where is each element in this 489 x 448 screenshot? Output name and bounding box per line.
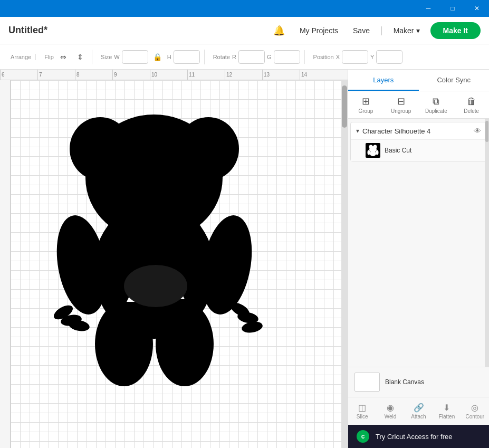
ruler-mark: 9	[112, 70, 150, 80]
minimize-button[interactable]: ─	[416, 0, 440, 17]
flatten-icon: ⬇	[443, 403, 450, 413]
svg-point-21	[370, 151, 376, 156]
ruler-mark: 12	[225, 70, 262, 80]
svg-point-6	[95, 302, 153, 386]
ungroup-button[interactable]: ⊟ Ungroup	[383, 93, 419, 116]
size-h-label: H	[167, 54, 171, 60]
toolbar: Arrange Flip ⇔ ⇕ Size W 🔒 H Rotate R G P…	[0, 44, 489, 70]
svg-point-7	[156, 302, 214, 386]
layer-group-header[interactable]: ▾ Character Silhouette 4 👁	[351, 122, 486, 139]
toolbar-size: Size W 🔒 H	[97, 50, 205, 64]
size-h-input[interactable]	[174, 50, 200, 64]
right-panel: Layers Color Sync ⊞ Group ⊟ Ungroup ⧉ Du…	[348, 70, 489, 448]
toolbar-rotate: Rotate R G	[209, 50, 305, 64]
ruler-mark: 7	[37, 70, 75, 80]
ruler-mark: 11	[187, 70, 225, 80]
svg-point-17	[124, 265, 187, 307]
title-bar-buttons: ─ □ ✕	[416, 0, 489, 17]
rotate-label: Rotate	[213, 54, 230, 60]
flip-h-button[interactable]: ⇔	[56, 50, 71, 64]
cricut-logo: c	[357, 430, 369, 443]
ruler-marks: 6 7 8 9 10 11 12 13 14	[0, 70, 348, 80]
canvas-grid[interactable]	[11, 80, 341, 448]
rotate-g-input[interactable]	[274, 50, 300, 64]
ruler-mark: 13	[262, 70, 300, 80]
bottom-toolbar: ◫ Slice ◉ Weld 🔗 Attach ⬇ Flatten ◎ C	[348, 397, 489, 425]
ungroup-icon: ⊟	[397, 96, 405, 107]
slice-icon: ◫	[358, 403, 366, 413]
svg-point-23	[376, 150, 379, 155]
maximize-button[interactable]: □	[440, 0, 465, 17]
flip-label: Flip	[44, 54, 54, 60]
ruler-mark: 10	[150, 70, 187, 80]
layer-item-basic-cut[interactable]: Basic Cut	[351, 139, 486, 161]
size-w-input[interactable]	[122, 50, 148, 64]
app-header: Untitled* 🔔 My Projects Save | Maker ▾ M…	[0, 17, 489, 44]
blank-canvas-label: Blank Canvas	[385, 378, 424, 386]
cricut-banner-text: Try Cricut Access for free	[376, 433, 452, 441]
canvas-body	[0, 80, 348, 448]
my-projects-link[interactable]: My Projects	[295, 24, 342, 37]
app-title: Untitled*	[8, 25, 263, 36]
blank-canvas-section[interactable]: Blank Canvas	[348, 367, 489, 397]
duplicate-icon: ⧉	[433, 96, 439, 107]
layer-scrollbar-thumb[interactable]	[485, 121, 488, 142]
delete-icon: 🗑	[467, 96, 476, 107]
position-x-label: X	[336, 54, 340, 60]
toolbar-flip: Flip ⇔ ⇕	[40, 50, 92, 64]
svg-point-13	[241, 320, 264, 335]
flatten-button[interactable]: ⬇ Flatten	[433, 399, 461, 423]
flip-v-button[interactable]: ⇕	[73, 50, 88, 64]
position-label: Position	[313, 54, 334, 60]
attach-button[interactable]: 🔗 Attach	[405, 399, 433, 423]
panel-tabs: Layers Color Sync	[348, 70, 489, 91]
layer-thumbnail	[366, 143, 380, 158]
tab-layers[interactable]: Layers	[348, 70, 419, 91]
tab-color-sync[interactable]: Color Sync	[419, 70, 490, 91]
attach-icon: 🔗	[414, 403, 424, 413]
maker-selector[interactable]: Maker ▾	[389, 24, 424, 37]
contour-button[interactable]: ◎ Contour	[461, 399, 489, 423]
weld-button[interactable]: ◉ Weld	[376, 399, 404, 423]
blank-canvas-thumbnail	[354, 373, 380, 392]
make-it-button[interactable]: Make It	[430, 22, 481, 39]
duplicate-button[interactable]: ⧉ Duplicate	[419, 93, 454, 116]
vertical-scrollbar-thumb[interactable]	[342, 85, 347, 128]
size-label: Size	[101, 54, 112, 60]
weld-icon: ◉	[387, 403, 394, 413]
group-button[interactable]: ⊞ Group	[348, 93, 383, 116]
group-icon: ⊞	[362, 96, 370, 107]
ruler-horizontal: 6 7 8 9 10 11 12 13 14	[0, 70, 348, 80]
bell-icon[interactable]: 🔔	[269, 23, 289, 39]
toolbar-arrange: Arrange	[6, 54, 36, 60]
layers-panel-body: ▾ Character Silhouette 4 👁	[348, 119, 489, 448]
main-layout: 6 7 8 9 10 11 12 13 14	[0, 70, 489, 448]
close-button[interactable]: ✕	[465, 0, 489, 17]
position-y-label: Y	[370, 54, 374, 60]
layer-scrollbar[interactable]	[485, 119, 489, 367]
layers-list: ▾ Character Silhouette 4 👁	[348, 119, 489, 165]
rotate-r-input[interactable]	[238, 50, 265, 64]
size-lock-icon[interactable]: 🔒	[150, 50, 165, 64]
title-bar: ─ □ ✕	[0, 0, 489, 17]
rotate-g-label: G	[267, 54, 272, 60]
ruler-vertical	[0, 80, 11, 448]
layer-toolbar: ⊞ Group ⊟ Ungroup ⧉ Duplicate 🗑 Delete	[348, 91, 489, 119]
ruler-mark: 6	[0, 70, 37, 80]
layer-item-name: Basic Cut	[385, 147, 411, 154]
arrange-label: Arrange	[11, 54, 31, 60]
layer-scroll-area[interactable]: ▾ Character Silhouette 4 👁	[348, 119, 489, 367]
position-y-input[interactable]	[376, 50, 402, 64]
cricut-access-banner[interactable]: c Try Cricut Access for free	[348, 425, 489, 448]
visibility-icon[interactable]: 👁	[474, 127, 481, 135]
layer-group-name: Character Silhouette 4	[362, 127, 471, 135]
svg-point-22	[368, 150, 370, 155]
delete-button[interactable]: 🗑 Delete	[454, 93, 489, 116]
header-divider: |	[380, 25, 383, 36]
position-x-input[interactable]	[342, 50, 368, 64]
save-button[interactable]: Save	[349, 24, 374, 37]
vertical-scrollbar[interactable]	[341, 80, 348, 448]
contour-icon: ◎	[471, 403, 478, 413]
slice-button[interactable]: ◫ Slice	[348, 399, 376, 423]
character-silhouette-svg[interactable]	[42, 91, 264, 386]
